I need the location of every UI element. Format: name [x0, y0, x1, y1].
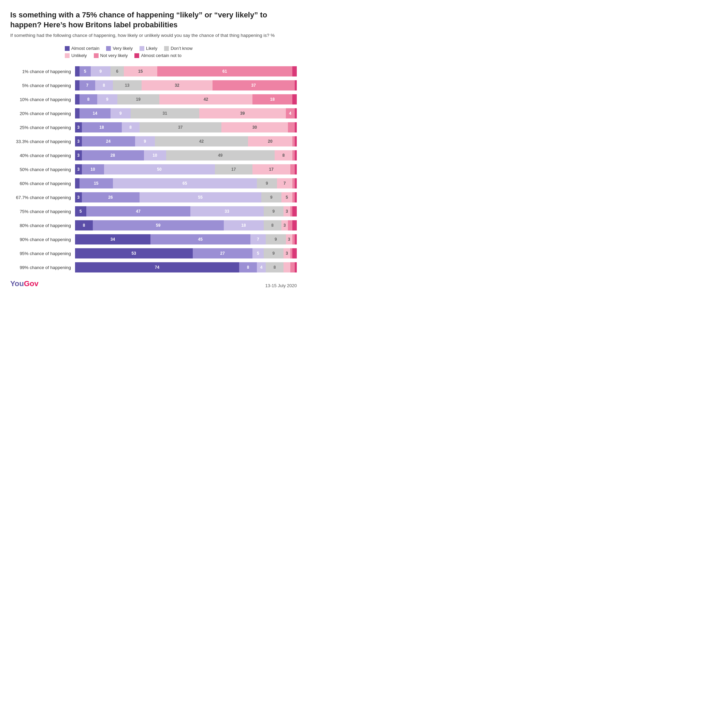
- row-label: 1% chance of happening: [10, 69, 75, 74]
- bar-segment-dont_know: 9: [264, 248, 284, 258]
- bar-segment-dont_know: 6: [111, 66, 124, 77]
- bar-segment-dont_know: 19: [117, 94, 160, 104]
- bar-segment-very_likely: 7: [79, 80, 95, 90]
- bar-segment-almost_certain_not: [295, 192, 297, 203]
- legend-item: Don’t know: [164, 46, 192, 51]
- date-label: 13-15 July 2020: [265, 283, 297, 288]
- bar-segment-unlikely: 42: [159, 94, 253, 104]
- table-row: 99% chance of happening74848: [10, 262, 297, 273]
- bar-segment-not_very_likely: [288, 122, 295, 132]
- bar-segment-almost_certain_not: [295, 234, 297, 245]
- bar-segment-almost_certain_not: [292, 220, 297, 230]
- bar-segment-dont_know: 49: [166, 150, 275, 161]
- bar-segment-not_very_likely: 4: [286, 108, 295, 119]
- row-label: 75% chance of happening: [10, 209, 75, 214]
- chart-title: Is something with a 75% chance of happen…: [10, 10, 297, 30]
- row-label: 67.7% chance of happening: [10, 195, 75, 200]
- bar-segment-likely: 8: [122, 122, 140, 132]
- bar-container: 3265595: [75, 192, 297, 203]
- legend-item: Not very likely: [94, 53, 128, 58]
- bar-segment-likely: 9: [135, 136, 155, 146]
- bar-segment-almost_certain_not: [292, 94, 297, 104]
- bar-segment-almost_certain: 53: [75, 248, 193, 258]
- bar-segment-likely: 55: [140, 192, 261, 203]
- bar-container: 8591883: [75, 220, 297, 230]
- bar-container: 5961561: [75, 66, 297, 77]
- bar-segment-almost_certain_not: [295, 262, 297, 272]
- bar-segment-almost_certain_not: [295, 136, 297, 146]
- bar-segment-almost_certain_not: [295, 178, 297, 188]
- bar-segment-very_likely: 8: [239, 262, 257, 272]
- bar-segment-dont_know: 9: [257, 178, 277, 188]
- bar-container: 310501717: [75, 164, 297, 174]
- legend-item: Likely: [140, 46, 157, 51]
- bar-container: 32810498: [75, 150, 297, 161]
- bar-segment-dont_know: 9: [266, 234, 286, 245]
- bar-segment-almost_certain_not: [295, 164, 297, 174]
- row-label: 5% chance of happening: [10, 83, 75, 88]
- legend-item: Almost certain: [65, 46, 99, 51]
- row-label: 25% chance of happening: [10, 125, 75, 130]
- table-row: 75% chance of happening5473393: [10, 206, 297, 217]
- bar-segment-likely: 10: [144, 150, 166, 161]
- table-row: 67.7% chance of happening3265595: [10, 191, 297, 203]
- bar-segment-almost_certain: [75, 66, 79, 77]
- bar-segment-dont_know: 13: [113, 80, 142, 90]
- legend: Almost certainVery likelyLikelyDon’t kno…: [10, 46, 297, 58]
- bar-segment-almost_certain_not: [295, 80, 297, 90]
- bar-segment-not_very_likely: 18: [253, 94, 292, 104]
- bar-segment-almost_certain_not: [295, 108, 297, 119]
- row-label: 40% chance of happening: [10, 153, 75, 158]
- row-label: 99% chance of happening: [10, 265, 75, 270]
- table-row: 10% chance of happening89194218: [10, 94, 297, 105]
- legend-item: Almost certain not to: [134, 53, 182, 58]
- bar-container: 89194218: [75, 94, 297, 104]
- bar-segment-very_likely: 45: [150, 234, 250, 245]
- bar-segment-almost_certain: 34: [75, 234, 150, 245]
- bar-segment-not_very_likely: [290, 262, 295, 272]
- bar-container: 31883730: [75, 122, 297, 132]
- bar-container: 3445793: [75, 234, 297, 245]
- bar-segment-unlikely: 3: [283, 248, 290, 258]
- bar-segment-not_very_likely: [290, 164, 295, 174]
- bar-segment-almost_certain_not: [292, 248, 297, 258]
- bar-segment-unlikely: 15: [124, 66, 157, 77]
- row-label: 60% chance of happening: [10, 181, 75, 186]
- bar-segment-almost_certain_not: [295, 150, 297, 161]
- bar-segment-almost_certain: 74: [75, 262, 239, 272]
- bar-segment-likely: 9: [111, 108, 131, 119]
- bar-segment-very_likely: 28: [82, 150, 144, 161]
- bar-segment-unlikely: 32: [142, 80, 212, 90]
- bar-segment-likely: 50: [104, 164, 215, 174]
- bar-segment-dont_know: 8: [264, 220, 282, 230]
- bar-segment-likely: 8: [95, 80, 113, 90]
- row-label: 33.3% chance of happening: [10, 139, 75, 144]
- bar-segment-very_likely: 47: [86, 206, 191, 216]
- yougov-logo: YouGov: [10, 279, 39, 288]
- bar-segment-unlikely: 7: [277, 178, 293, 188]
- bar-segment-dont_know: 17: [215, 164, 253, 174]
- bar-container: 74848: [75, 262, 297, 272]
- bar-segment-unlikely: 8: [274, 150, 292, 161]
- bar-segment-dont_know: 31: [131, 108, 199, 119]
- row-label: 20% chance of happening: [10, 111, 75, 116]
- bar-segment-dont_know: 37: [140, 122, 222, 132]
- bar-segment-very_likely: 5: [79, 66, 91, 77]
- bar-segment-almost_certain: 5: [75, 206, 86, 216]
- bar-segment-very_likely: 26: [82, 192, 140, 203]
- table-row: 80% chance of happening8591883: [10, 220, 297, 231]
- chart-subtitle: If something had the following chance of…: [10, 32, 297, 39]
- bar-segment-not_very_likely: 37: [212, 80, 295, 90]
- table-row: 40% chance of happening32810498: [10, 149, 297, 161]
- bar-segment-dont_know: 9: [264, 206, 284, 216]
- table-row: 60% chance of happening156597: [10, 178, 297, 189]
- bar-segment-unlikely: 3: [282, 220, 288, 230]
- bar-segment-likely: 18: [224, 220, 264, 230]
- bar-segment-very_likely: 14: [79, 108, 111, 119]
- bar-segment-unlikely: 17: [253, 164, 290, 174]
- bar-segment-likely: 33: [191, 206, 264, 216]
- row-label: 50% chance of happening: [10, 167, 75, 172]
- bar-segment-very_likely: 24: [82, 136, 135, 146]
- row-label: 95% chance of happening: [10, 251, 75, 256]
- bar-segment-almost_certain: 3: [75, 164, 82, 174]
